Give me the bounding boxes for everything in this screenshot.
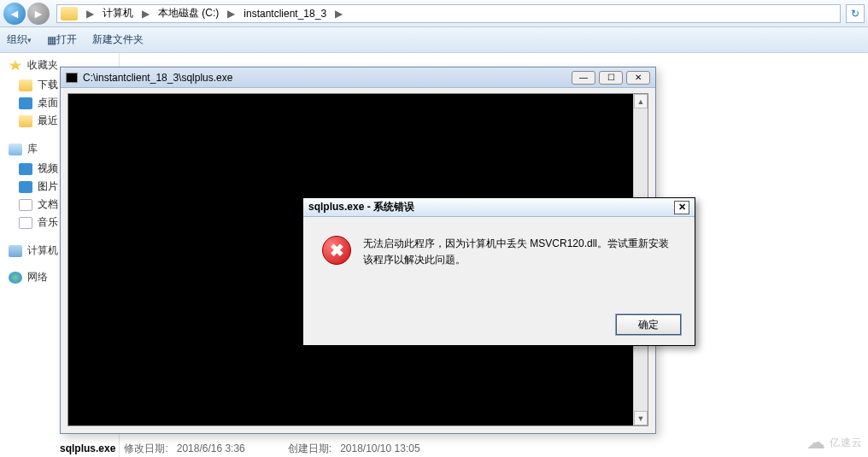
breadcrumb-computer[interactable]: 计算机 xyxy=(99,6,137,21)
nav-forward-button[interactable]: ► xyxy=(27,3,50,25)
dialog-titlebar[interactable]: sqlplus.exe - 系统错误 ✕ xyxy=(303,198,695,217)
breadcrumb-drive-c[interactable]: 本地磁盘 (C:) xyxy=(155,6,222,21)
star-icon xyxy=(9,60,22,72)
dialog-message: 无法启动此程序，因为计算机中丢失 MSVCR120.dll。尝试重新安装该程序以… xyxy=(363,236,676,268)
address-bar: ◄ ► ▶ 计算机 ▶ 本地磁盘 (C:) ▶ instantclient_18… xyxy=(0,0,868,27)
chevron-right-icon: ▶ xyxy=(81,8,99,20)
desktop-icon xyxy=(19,97,32,109)
network-icon xyxy=(9,272,22,284)
breadcrumb[interactable]: ▶ 计算机 ▶ 本地磁盘 (C:) ▶ instantclient_18_3 ▶ xyxy=(56,4,841,23)
details-filename: sqlplus.exe xyxy=(60,442,115,454)
console-titlebar[interactable]: C:\instantclient_18_3\sqlplus.exe — ☐ ✕ xyxy=(61,67,655,88)
breadcrumb-folder[interactable]: instantclient_18_3 xyxy=(240,8,330,20)
music-icon xyxy=(19,217,32,229)
document-icon xyxy=(19,199,32,211)
console-title-text: C:\instantclient_18_3\sqlplus.exe xyxy=(83,72,572,84)
toolbar-newfolder[interactable]: 新建文件夹 xyxy=(92,32,144,47)
details-created-label: 创建日期: xyxy=(288,442,331,456)
folder-icon xyxy=(19,79,32,91)
maximize-button[interactable]: ☐ xyxy=(599,71,623,85)
scroll-up-button[interactable]: ▲ xyxy=(634,94,648,108)
recent-icon xyxy=(19,115,32,127)
error-icon: ✖ xyxy=(322,236,351,265)
library-icon xyxy=(9,144,22,155)
video-icon xyxy=(19,163,32,175)
folder-icon xyxy=(61,7,78,21)
picture-icon xyxy=(19,181,32,193)
dialog-title-text: sqlplus.exe - 系统错误 xyxy=(308,200,674,214)
toolbar-open[interactable]: ▦ 打开 xyxy=(47,32,77,47)
close-button[interactable]: ✕ xyxy=(626,71,650,85)
chevron-right-icon: ▶ xyxy=(222,8,240,20)
watermark-text: 亿速云 xyxy=(830,436,863,450)
console-icon xyxy=(66,73,78,83)
chevron-right-icon: ▶ xyxy=(330,8,348,20)
toolbar: 组织 ▦ 打开 新建文件夹 xyxy=(0,27,868,53)
toolbar-organize[interactable]: 组织 xyxy=(7,32,32,47)
cloud-icon: ☁ xyxy=(806,431,826,454)
details-pane: sqlplus.exe 修改日期: 2018/6/16 3:36 创建日期: 2… xyxy=(60,440,420,457)
details-modified-value: 2018/6/16 3:36 xyxy=(177,442,245,454)
minimize-button[interactable]: — xyxy=(572,71,595,85)
error-dialog: sqlplus.exe - 系统错误 ✕ ✖ 无法启动此程序，因为计算机中丢失 … xyxy=(302,197,695,346)
computer-icon xyxy=(9,245,22,257)
details-created-value: 2018/10/10 13:05 xyxy=(340,442,419,454)
watermark: ☁ 亿速云 xyxy=(806,431,863,454)
scroll-down-button[interactable]: ▼ xyxy=(634,411,648,425)
dialog-close-button[interactable]: ✕ xyxy=(674,201,689,214)
refresh-button[interactable]: ↻ xyxy=(846,4,865,23)
ok-button[interactable]: 确定 xyxy=(616,314,681,335)
chevron-right-icon: ▶ xyxy=(137,8,155,20)
nav-back-button[interactable]: ◄ xyxy=(3,3,26,25)
details-modified-label: 修改日期: xyxy=(124,442,167,456)
